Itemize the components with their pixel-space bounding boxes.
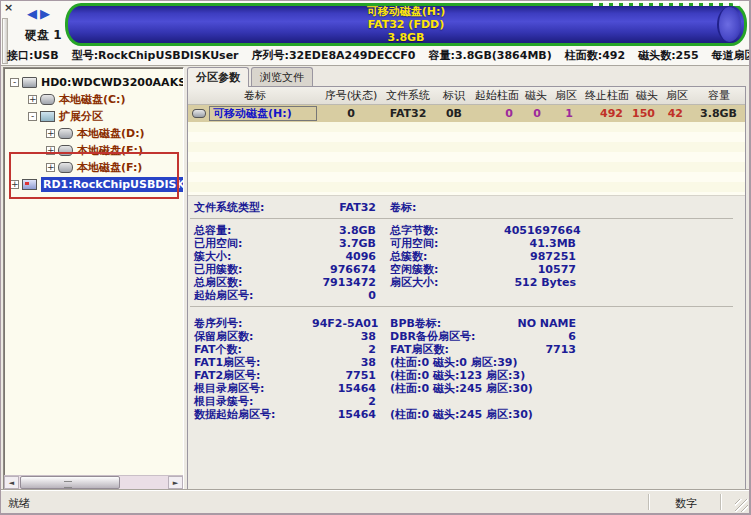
- detail-value: 7913472: [312, 276, 376, 289]
- detail-value: [504, 382, 576, 395]
- disk-capacity-bar[interactable]: 可移动磁盘(H:) FAT32 (FDD) 3.8GB: [65, 3, 747, 46]
- detail-value: 2: [312, 343, 376, 356]
- drive-icon: [58, 145, 73, 156]
- column-header[interactable]: 扇区: [550, 88, 582, 103]
- detail-row: 根目录簇号: 2: [188, 395, 745, 408]
- tree-item[interactable]: - 扩展分区: [4, 108, 183, 125]
- tree-item[interactable]: + 本地磁盘(F:): [4, 159, 183, 176]
- tree-item[interactable]: - HD0:WDCWD3200AAKS-75L9A0 (: [4, 74, 183, 91]
- tree-item[interactable]: + 本地磁盘(C:): [4, 91, 183, 108]
- next-disk-icon[interactable]: ▶: [40, 6, 53, 21]
- detail-label: 总字节数:: [376, 224, 504, 237]
- partition-id: 0B: [436, 107, 472, 120]
- volume-label: 可移动磁盘(H:): [209, 106, 317, 121]
- detail-row: FAT2扇区号: 7751 (柱面:0 磁头:123 扇区:3): [188, 369, 745, 382]
- detail-label: BPB卷标:: [376, 317, 504, 330]
- tree-item[interactable]: + 本地磁盘(D:): [4, 125, 183, 142]
- partition-index: 0: [322, 107, 380, 120]
- detail-label: 总簇数:: [376, 250, 504, 263]
- disk-info-item: 序列号:32EDE8A249DECCF0: [252, 49, 416, 62]
- disk-info-item: 柱面数:492: [565, 49, 625, 62]
- disk-info-item: 磁头数:255: [638, 49, 698, 62]
- drive-icon: [40, 111, 55, 122]
- detail-value: 38: [312, 330, 376, 343]
- prev-disk-icon[interactable]: ◀: [27, 6, 40, 21]
- column-header[interactable]: 扇区: [662, 88, 692, 103]
- detail-value: 512 Bytes: [504, 276, 576, 289]
- tree-item-label: HD0:WDCWD3200AAKS-75L9A0 (: [41, 76, 184, 89]
- tree-horizontal-scrollbar[interactable]: ◄ ►: [4, 475, 183, 489]
- column-header[interactable]: 起始柱面: [472, 88, 522, 103]
- detail-value: [504, 395, 576, 408]
- detail-row: 数据起始扇区号: 15464 (柱面:0 磁头:245 扇区:30): [188, 408, 745, 421]
- expander-icon[interactable]: +: [46, 146, 55, 155]
- boot-detail-rows: 卷序列号: 94F2-5A01 BPB卷标: NO NAME 保留扇区数: 38…: [188, 317, 745, 421]
- expander-icon[interactable]: -: [10, 78, 19, 87]
- scroll-right-icon[interactable]: ►: [168, 476, 183, 489]
- detail-value: 0: [312, 289, 376, 302]
- device-tree: - HD0:WDCWD3200AAKS-75L9A0 ( + 本地磁盘(C:) …: [4, 74, 183, 193]
- column-header[interactable]: 磁头: [632, 88, 662, 103]
- detail-label: 已用簇数:: [194, 263, 312, 276]
- tree-item[interactable]: + 本地磁盘(E:): [4, 142, 183, 159]
- column-header[interactable]: 标识: [436, 88, 472, 103]
- status-text: 就绪: [8, 496, 30, 511]
- body-area: - HD0:WDCWD3200AAKS-75L9A0 ( + 本地磁盘(C:) …: [1, 67, 749, 491]
- detail-label: 已用空间:: [194, 237, 312, 250]
- disk-utility-window: { "window": { "close_label": "×", "back_…: [0, 0, 751, 515]
- tab[interactable]: 浏览文件: [251, 67, 313, 86]
- tab[interactable]: 分区参数: [187, 67, 249, 87]
- expander-icon[interactable]: +: [28, 95, 37, 104]
- detail-row: 根目录扇区号: 15464 (柱面:0 磁头:245 扇区:30): [188, 382, 745, 395]
- disk-info-item: 每道扇区数:63: [712, 49, 751, 62]
- detail-label: FAT1扇区号:: [194, 356, 312, 369]
- banner-volume-name: 可移动磁盘(H:): [367, 5, 446, 18]
- detail-value: 7713: [504, 343, 576, 356]
- tree-item-label: RD1:RockChipUSBDISKUser (: [41, 177, 184, 192]
- column-header[interactable]: 容量: [692, 88, 746, 103]
- scrollbar-thumb[interactable]: [20, 476, 120, 489]
- detail-row: 保留扇区数: 38 DBR备份扇区号: 6: [188, 330, 745, 343]
- statusbar-divider: [720, 494, 721, 510]
- expander-icon[interactable]: +: [46, 129, 55, 138]
- expander-icon[interactable]: +: [46, 163, 55, 172]
- volume-cell[interactable]: 可移动磁盘(H:): [188, 106, 322, 121]
- scrollbar-track[interactable]: [120, 476, 168, 489]
- disk-nav-arrows[interactable]: ◀▶: [27, 6, 53, 21]
- detail-value: 4096: [312, 250, 376, 263]
- close-icon[interactable]: ×: [4, 1, 13, 14]
- column-header[interactable]: 文件系统: [380, 88, 436, 103]
- detail-label: FAT2扇区号:: [194, 369, 312, 382]
- detail-label: DBR备份扇区号:: [376, 330, 504, 343]
- detail-label: (柱面:0 磁头:0 扇区:39): [376, 356, 504, 369]
- tree-item[interactable]: + RD1:RockChipUSBDISKUser (: [4, 176, 183, 193]
- expander-icon[interactable]: -: [28, 112, 37, 121]
- detail-row: 已用簇数: 976674 空闲簇数: 10577: [188, 263, 745, 276]
- end-sector: 42: [662, 107, 692, 120]
- scroll-left-icon[interactable]: ◄: [4, 476, 19, 489]
- fs-type-rows: 文件系统类型: FAT32 卷标:: [188, 201, 745, 214]
- detail-value: 10577: [504, 263, 576, 276]
- space-detail-rows: 总容量: 3.8GB 总字节数: 4051697664 已用空间: 3.7GB …: [188, 224, 745, 302]
- column-header[interactable]: 卷标: [188, 88, 322, 103]
- statusbar-divider: [648, 494, 649, 510]
- detail-value: 6: [504, 330, 576, 343]
- detail-value: [504, 289, 576, 302]
- detail-row: 簇大小: 4096 总簇数: 987251: [188, 250, 745, 263]
- disk-info-item: 型号:RockChipUSBDISKUser: [72, 49, 239, 62]
- expander-icon[interactable]: +: [10, 180, 19, 189]
- partition-row[interactable]: 可移动磁盘(H:) 0 FAT32 0B 0 0 1 492 150 42 3.…: [188, 105, 745, 122]
- detail-value: 15464: [312, 408, 376, 421]
- detail-value: 987251: [504, 250, 576, 263]
- detail-row: 卷序列号: 94F2-5A01 BPB卷标: NO NAME: [188, 317, 745, 330]
- detail-label: 起始扇区号:: [194, 289, 312, 302]
- column-header[interactable]: 序号(状态): [322, 88, 380, 103]
- column-header[interactable]: 终止柱面: [582, 88, 632, 103]
- tree-item-label: 本地磁盘(E:): [77, 143, 143, 158]
- detail-label: 卷序列号:: [194, 317, 312, 330]
- detail-value: 7751: [312, 369, 376, 382]
- resize-grip[interactable]: [735, 499, 748, 512]
- end-cylinder: 492: [582, 107, 632, 120]
- column-header[interactable]: 磁头: [522, 88, 550, 103]
- detail-value: [504, 356, 576, 369]
